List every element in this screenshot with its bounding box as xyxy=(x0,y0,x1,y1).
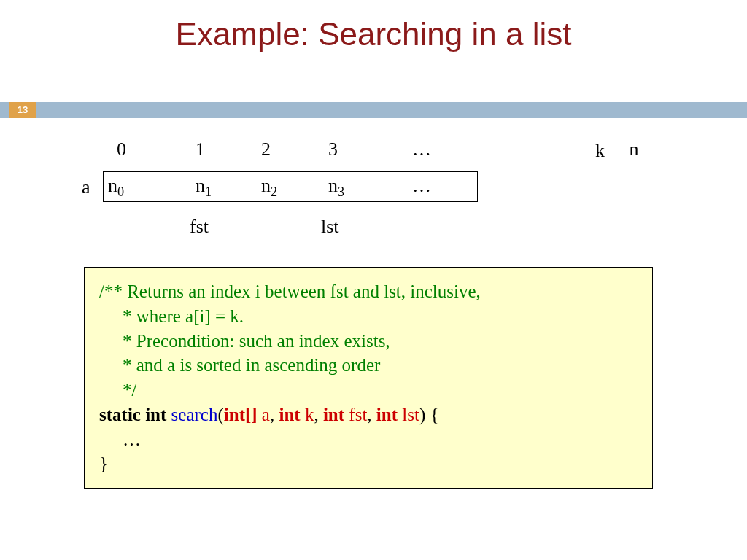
array-cell-0: n0 xyxy=(108,175,124,200)
comment-line-3: * Precondition: such an index exists, xyxy=(99,329,638,354)
comment-line-5: */ xyxy=(99,378,638,402)
comment-line-4: * and a is sorted in ascending order xyxy=(99,353,638,378)
index-1: 1 xyxy=(196,139,205,160)
comment-line-2: * where a[i] = k. xyxy=(99,304,638,329)
array-cell-3: n3 xyxy=(328,175,344,200)
index-dots: … xyxy=(412,139,431,160)
header-bar xyxy=(0,102,747,118)
body-line: … xyxy=(99,427,638,452)
array-cell-2: n2 xyxy=(261,175,277,200)
index-0: 0 xyxy=(117,139,126,160)
array-cell-1: n1 xyxy=(196,175,212,200)
pointer-fst: fst xyxy=(190,216,209,238)
k-label: k xyxy=(595,140,605,162)
array-cell-dots: … xyxy=(412,175,431,197)
page-number-badge: 13 xyxy=(9,102,36,118)
pointer-lst: lst xyxy=(321,216,339,238)
signature-line: static int search(int[] a, int k, int fs… xyxy=(99,402,638,427)
comment-line-1: /** Returns an index i between fst and l… xyxy=(99,279,638,304)
code-box: /** Returns an index i between fst and l… xyxy=(84,267,653,489)
closing-brace: } xyxy=(99,451,638,476)
array-label: a xyxy=(82,176,90,198)
index-2: 2 xyxy=(261,139,271,160)
index-3: 3 xyxy=(328,139,338,160)
k-value-box: n xyxy=(622,136,646,163)
slide-title: Example: Searching in a list xyxy=(0,16,747,52)
